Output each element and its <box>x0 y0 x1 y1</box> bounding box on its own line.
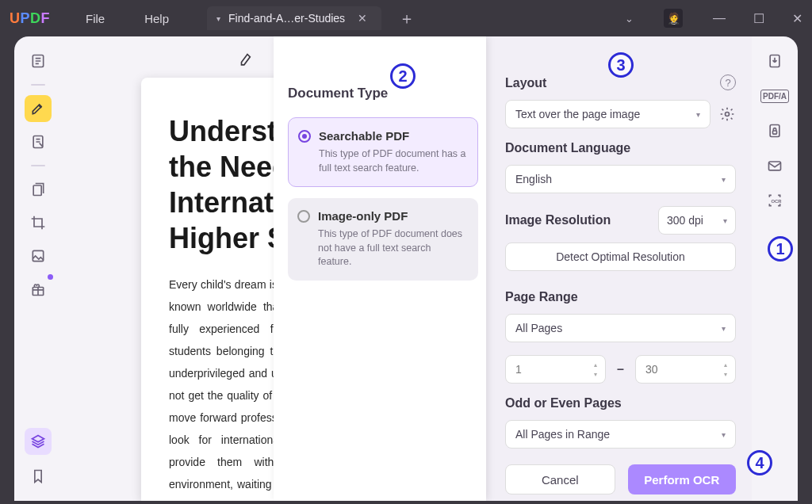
spinner-icon[interactable]: ▴▾ <box>720 358 731 380</box>
ocr-options-panel: ? Layout Text over the page image ▾ Docu… <box>486 36 752 501</box>
cancel-button[interactable]: Cancel <box>505 464 615 494</box>
detect-resolution-button[interactable]: Detect Optimal Resolution <box>505 242 736 271</box>
menu-help[interactable]: Help <box>144 12 169 25</box>
email-icon[interactable] <box>761 152 788 179</box>
odd-even-label: Odd or Even Pages <box>505 396 736 410</box>
chevron-down-icon: ▾ <box>723 216 727 225</box>
annotation-4: 4 <box>747 450 772 475</box>
separator <box>31 84 45 86</box>
edit-tool-icon[interactable] <box>25 128 52 155</box>
page-from-input[interactable]: ▴▾ <box>505 355 606 384</box>
left-tool-rail <box>14 36 62 501</box>
select-value: English <box>515 173 552 185</box>
language-select[interactable]: English ▾ <box>505 165 736 193</box>
page-range-select[interactable]: All Pages ▾ <box>505 314 736 342</box>
titlebar: UPDF File Help ▾ Find-and-A…er-Studies ✕… <box>0 0 812 36</box>
maximize-button[interactable]: ☐ <box>753 11 764 26</box>
quick-pen-icon[interactable] <box>238 51 257 70</box>
option-searchable-pdf[interactable]: Searchable PDF This type of PDF document… <box>288 117 478 187</box>
annotation-2: 2 <box>390 63 416 89</box>
menu-file[interactable]: File <box>86 12 105 25</box>
layout-label: Layout <box>505 76 736 90</box>
select-value: Text over the page image <box>515 108 640 120</box>
gift-tool-icon[interactable] <box>25 276 52 303</box>
page-to-input[interactable]: ▴▾ <box>635 355 736 384</box>
updf-logo: UPDF <box>10 10 50 27</box>
pages-tool-icon[interactable] <box>25 176 52 203</box>
resolution-label: Image Resolution <box>505 213 611 227</box>
chevron-down-icon[interactable]: ⌄ <box>625 13 634 25</box>
help-icon[interactable]: ? <box>720 74 736 90</box>
svg-point-10 <box>726 113 730 116</box>
odd-even-select[interactable]: All Pages in Range ▾ <box>505 420 736 449</box>
radio-icon <box>298 130 311 143</box>
svg-rect-7 <box>773 131 777 134</box>
gear-icon[interactable] <box>718 105 736 123</box>
protect-icon[interactable] <box>761 117 788 144</box>
language-label: Document Language <box>505 141 736 155</box>
select-value: 300 dpi <box>667 214 703 227</box>
tab-title: Find-and-A…er-Studies <box>228 12 345 25</box>
option-description: This type of PDF document has a full tex… <box>319 147 466 175</box>
close-window-button[interactable]: ✕ <box>792 11 802 26</box>
highlighter-tool-icon[interactable] <box>25 95 52 122</box>
page-range-label: Page Range <box>505 290 736 304</box>
annotation-3: 3 <box>608 52 634 78</box>
background-tool-icon[interactable] <box>25 242 52 269</box>
layers-icon[interactable] <box>25 428 52 455</box>
export-icon[interactable] <box>761 48 788 74</box>
main-menu: File Help <box>86 12 169 25</box>
layout-select[interactable]: Text over the page image ▾ <box>505 100 710 128</box>
svg-rect-8 <box>769 162 781 170</box>
chevron-down-icon: ▾ <box>216 14 220 23</box>
option-image-only-pdf[interactable]: Image-only PDF This type of PDF document… <box>288 198 478 281</box>
separator <box>31 165 45 166</box>
ocr-settings-panel: Document Type Searchable PDF This type o… <box>274 36 752 501</box>
close-tab-icon[interactable]: ✕ <box>353 13 372 24</box>
chevron-down-icon: ▾ <box>722 324 726 333</box>
option-description: This type of PDF document does not have … <box>318 227 467 269</box>
svg-rect-3 <box>33 250 43 261</box>
document-type-panel: Document Type Searchable PDF This type o… <box>274 36 486 501</box>
perform-ocr-button[interactable]: Perform OCR <box>628 464 737 494</box>
chevron-down-icon: ▾ <box>722 430 726 439</box>
chevron-down-icon: ▾ <box>696 110 700 119</box>
select-value: All Pages in Range <box>515 428 610 441</box>
chevron-down-icon: ▾ <box>722 175 726 184</box>
select-value: All Pages <box>515 322 562 334</box>
svg-rect-2 <box>33 185 41 196</box>
reader-tool-icon[interactable] <box>25 48 52 74</box>
window-controls: — ☐ ✕ <box>713 11 802 26</box>
new-tab-button[interactable]: ＋ <box>391 8 423 29</box>
avatar[interactable]: 🤵 <box>664 9 683 28</box>
bookmark-icon[interactable] <box>25 463 52 490</box>
spinner-icon[interactable]: ▴▾ <box>590 358 601 380</box>
svg-text:OCR: OCR <box>771 199 782 204</box>
document-tab[interactable]: ▾ Find-and-A…er-Studies ✕ <box>207 6 381 30</box>
range-dash: – <box>617 362 624 376</box>
resolution-select[interactable]: 300 dpi ▾ <box>658 206 736 235</box>
ocr-icon[interactable]: OCR <box>761 187 788 214</box>
option-title: Searchable PDF <box>319 129 466 143</box>
app-surface: PDF/A OCR Understanding the Need for Int… <box>14 36 798 501</box>
radio-icon <box>297 210 310 223</box>
document-type-label: Document Type <box>288 86 478 101</box>
pdfa-icon[interactable]: PDF/A <box>761 82 788 109</box>
right-tool-rail: PDF/A OCR <box>752 36 798 501</box>
annotation-1: 1 <box>768 236 793 262</box>
option-title: Image-only PDF <box>318 209 467 223</box>
crop-tool-icon[interactable] <box>25 209 52 236</box>
minimize-button[interactable]: — <box>713 11 726 26</box>
